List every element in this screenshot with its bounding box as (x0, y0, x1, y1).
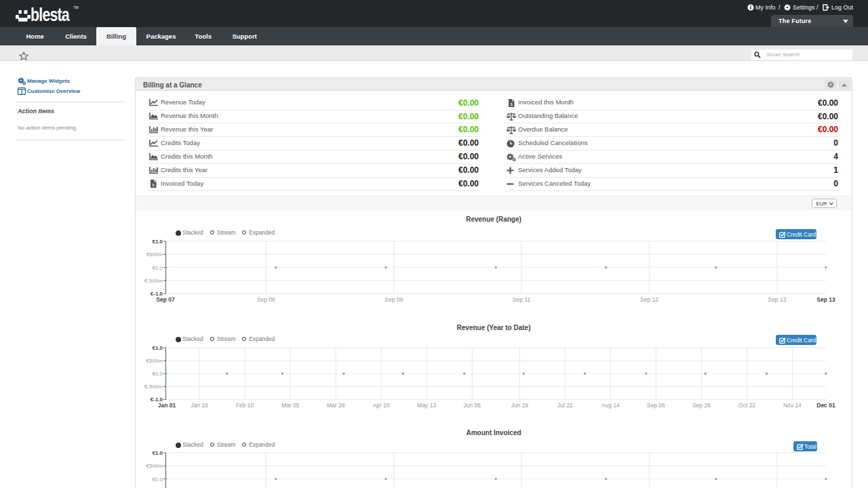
svg-text:Jul 22: Jul 22 (557, 402, 573, 409)
svg-text:Feb 10: Feb 10 (236, 402, 254, 409)
svg-text:€500m: €500m (146, 251, 163, 258)
svg-text:Sep 13: Sep 13 (816, 296, 835, 303)
svg-text:Sep 13: Sep 13 (768, 296, 786, 303)
svg-text:Apr 20: Apr 20 (373, 402, 390, 409)
svg-text:Nov 14: Nov 14 (783, 402, 802, 409)
svg-text:€1.0: €1.0 (152, 450, 163, 456)
svg-text:€500m: €500m (146, 463, 163, 469)
svg-text:€-500m: €-500m (144, 278, 163, 284)
svg-text:€0.0: €0.0 (153, 265, 163, 271)
svg-text:Sep 07: Sep 07 (156, 296, 175, 303)
svg-text:Sep 08: Sep 08 (257, 296, 275, 303)
svg-text:€1.0: €1.0 (153, 239, 163, 245)
svg-text:€0.0: €0.0 (152, 476, 163, 483)
svg-text:Sep 09: Sep 09 (384, 296, 403, 303)
svg-text:€500m: €500m (146, 358, 163, 364)
svg-text:Mar 05: Mar 05 (281, 402, 300, 409)
svg-text:€-500m: €-500m (144, 384, 163, 390)
svg-text:€0.0: €0.0 (152, 371, 163, 377)
svg-text:Oct 22: Oct 22 (738, 402, 755, 409)
svg-text:Sep 06: Sep 06 (647, 402, 665, 409)
svg-text:Aug 14: Aug 14 (601, 402, 620, 409)
svg-text:Mar 28: Mar 28 (327, 402, 345, 409)
svg-text:Sep 29: Sep 29 (692, 402, 711, 409)
svg-text:Dec 01: Dec 01 (816, 402, 835, 409)
svg-text:Jun 05: Jun 05 (464, 402, 481, 409)
svg-text:Jan 01: Jan 01 (158, 402, 176, 409)
svg-text:€1.0: €1.0 (152, 345, 163, 351)
svg-text:Jun 29: Jun 29 (511, 402, 528, 409)
svg-text:Sep 12: Sep 12 (640, 296, 658, 303)
svg-text:Sep 11: Sep 11 (513, 296, 531, 303)
svg-text:May 13: May 13 (417, 402, 436, 409)
svg-text:Jan 18: Jan 18 (191, 402, 208, 409)
